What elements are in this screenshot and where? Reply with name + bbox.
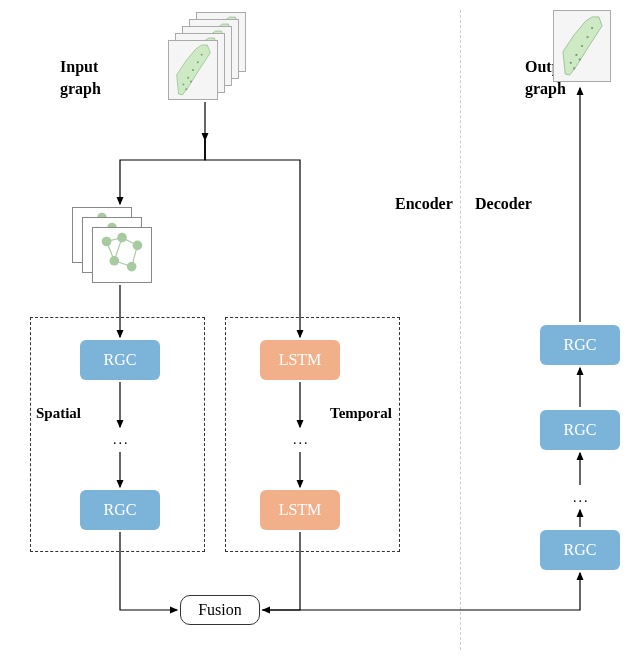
decoder-label: Decoder	[475, 195, 532, 213]
svg-point-33	[182, 83, 184, 85]
svg-point-39	[190, 81, 192, 83]
output-graph-label-2: graph	[525, 80, 566, 98]
encoder-label: Encoder	[395, 195, 453, 213]
temporal-lstm-1: LSTM	[260, 340, 340, 380]
svg-point-78	[133, 241, 143, 251]
svg-point-34	[187, 77, 189, 79]
temporal-ellipsis: ...	[293, 432, 310, 448]
svg-point-79	[109, 256, 119, 266]
decoder-rgc-3: RGC	[540, 530, 620, 570]
input-graph-map-1	[168, 40, 218, 100]
svg-point-37	[201, 54, 203, 56]
svg-point-42	[575, 54, 577, 56]
spatial-graph-1	[92, 227, 152, 283]
svg-point-44	[586, 36, 588, 38]
input-graph-label-1: Input	[60, 58, 98, 76]
svg-point-76	[102, 237, 112, 247]
spatial-ellipsis: ...	[113, 432, 130, 448]
svg-point-43	[581, 45, 583, 47]
svg-point-47	[579, 58, 581, 60]
svg-point-36	[197, 61, 199, 63]
svg-point-46	[573, 67, 575, 69]
temporal-label: Temporal	[330, 405, 392, 422]
input-graph-label-2: graph	[60, 80, 101, 98]
output-graph-map	[553, 10, 611, 82]
svg-point-35	[192, 69, 194, 71]
svg-point-38	[185, 88, 187, 90]
spatial-label: Spatial	[36, 405, 81, 422]
svg-point-45	[591, 27, 593, 29]
spatial-rgc-1: RGC	[80, 340, 160, 380]
temporal-lstm-2: LSTM	[260, 490, 340, 530]
svg-point-41	[570, 62, 572, 64]
decoder-rgc-2: RGC	[540, 410, 620, 450]
svg-point-77	[117, 233, 127, 243]
decoder-rgc-1: RGC	[540, 325, 620, 365]
fusion-block: Fusion	[180, 595, 260, 625]
decoder-ellipsis: ...	[573, 490, 590, 506]
svg-point-80	[127, 262, 137, 272]
spatial-rgc-2: RGC	[80, 490, 160, 530]
encoder-decoder-separator	[460, 10, 461, 650]
